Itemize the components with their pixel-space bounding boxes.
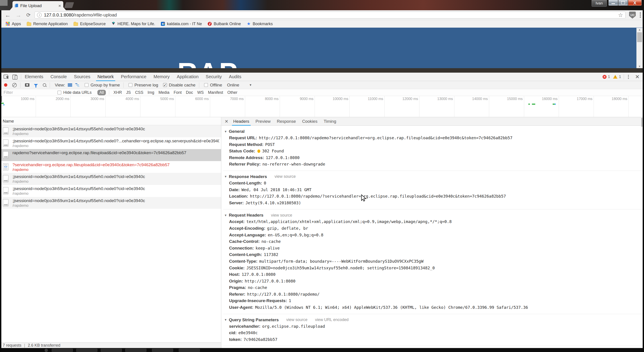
url-bar[interactable]: i 127.0.0.1:8080 /rapdemo/#file-upload ☆ [34,12,626,18]
warning-badge-icon[interactable] [613,75,618,79]
search-icon[interactable] [43,83,46,87]
checkbox-disable-cache[interactable]: ✓Disable cache [163,83,196,88]
bookmark-item[interactable]: Remote Application [27,22,68,26]
devtools-tab-elements[interactable]: Elements [21,73,47,81]
scroll-down-icon[interactable]: ▼ [636,64,643,68]
request-row[interactable]: ;jsessionid=node0jco3ih59um1w14ztsxyuf55… [0,125,221,137]
throttle-select[interactable]: Online [227,83,239,88]
details-tab-cookies[interactable]: Cookies [299,117,321,126]
filter-type-js[interactable]: JS [126,90,131,95]
windows-taskbar[interactable] [0,348,644,352]
request-row[interactable]: ;jsessionid=node0jco3ih59um1w14ztsxyuf55… [0,197,221,209]
bookmark-item[interactable]: HERE. Maps for Life. [112,22,155,26]
bookmark-item[interactable]: Kkaldata.com - IT Ne [161,22,202,26]
section-header[interactable]: ▼Response Headersview source [223,173,643,180]
browser-tab[interactable]: File Upload × [12,1,63,10]
filter-type-ws[interactable]: WS [197,90,204,95]
section-header[interactable]: ▼General [223,128,643,135]
section-header[interactable]: ▼Request Headersview source [223,212,643,218]
checkbox-icon[interactable] [85,83,88,87]
checkbox-preserve-log[interactable]: Preserve log [128,83,158,88]
taskbar-button[interactable] [76,349,98,352]
details-scrollbar-thumb[interactable] [641,118,642,127]
devtools-tab-memory[interactable]: Memory [150,73,173,81]
close-button[interactable]: X [628,0,642,6]
device-toolbar-icon[interactable] [12,74,18,80]
taskbar-button[interactable] [179,349,200,352]
throttle-dropdown-icon[interactable]: ▼ [249,83,252,87]
devtools-tab-sources[interactable]: Sources [70,73,94,81]
bookmark-item[interactable]: ★Bookmarks [247,22,273,26]
browser-menu-icon[interactable] [640,12,641,18]
section-link[interactable]: view source [271,213,292,218]
new-tab-button[interactable] [64,2,74,8]
filter-type-css[interactable]: CSS [135,90,143,95]
hide-data-urls-checkbox[interactable]: Hide data URLs [58,90,92,95]
view-list-icon[interactable] [68,83,72,87]
details-tab-response[interactable]: Response [274,117,299,126]
section-link[interactable]: view source [286,318,308,322]
filter-type-font[interactable]: Font [174,90,182,95]
filter-input[interactable] [3,90,51,95]
checkbox-offline[interactable]: Offline [204,83,222,88]
devtools-tab-console[interactable]: Console [47,73,70,81]
devtools-tab-application[interactable]: Application [173,73,202,81]
devtools-close-icon[interactable]: ✕ [635,74,640,80]
checkbox-icon[interactable] [58,91,61,94]
details-tab-timing[interactable]: Timing [320,117,339,126]
details-tab-headers[interactable]: Headers [230,117,252,126]
bookmark-item[interactable]: EclipseSource [74,22,106,26]
checkbox-icon[interactable] [128,83,132,87]
bookmark-item[interactable]: Apps [6,22,21,26]
disclosure-triangle-icon[interactable]: ▼ [224,175,227,178]
request-row[interactable]: ;jsessionid=node0jco3ih59um1w14ztsxyuf55… [0,137,221,149]
filter-type-media[interactable]: Media [158,90,169,95]
disclosure-triangle-icon[interactable]: ▼ [224,130,227,133]
start-button[interactable] [44,349,48,352]
filter-funnel-icon[interactable] [34,84,38,86]
screenshot-capture-icon[interactable] [25,83,30,87]
scroll-up-icon[interactable]: ▲ [636,28,643,32]
record-button[interactable] [4,83,7,87]
back-button[interactable]: ← [5,12,11,18]
page-info-icon[interactable]: i [37,13,42,18]
details-close-icon[interactable]: ✕ [224,119,228,124]
page-scrollbar[interactable]: ▲ ▼ [636,28,643,68]
section-link[interactable]: view URL encoded [315,318,348,322]
name-column-header[interactable]: Name [3,119,14,124]
request-row[interactable]: ;jsessionid=node0jco3ih59um1w14ztsxyuf55… [0,185,221,197]
profile-button[interactable]: Ivan [592,0,607,7]
view-waterfall-icon[interactable] [75,83,80,87]
clear-button[interactable] [12,83,17,87]
maximize-button[interactable] [618,0,628,6]
filter-type-xhr[interactable]: XHR [114,90,122,95]
disclosure-triangle-icon[interactable]: ▼ [224,214,227,217]
reload-button[interactable]: ⟳ [26,12,30,18]
taskbar-button[interactable] [52,349,73,352]
disclosure-triangle-icon[interactable]: ▼ [224,318,227,322]
devtools-tab-performance[interactable]: Performance [118,73,150,81]
details-tab-preview[interactable]: Preview [252,117,274,126]
taskbar-button[interactable] [101,349,122,352]
error-badge-icon[interactable]: ✕ [602,75,606,79]
inspect-element-icon[interactable] [4,74,9,79]
filter-type-all[interactable]: All [98,90,106,95]
bookmark-star-icon[interactable]: ☆ [618,12,623,18]
forward-button[interactable]: → [16,12,22,18]
network-overview[interactable]: 1000 ms2000 ms3000 ms4000 ms5000 ms6000 … [0,96,644,117]
section-header[interactable]: ▼Query String Parametersview sourceview … [223,316,643,323]
taskbar-button[interactable] [152,349,173,352]
minimize-button[interactable] [608,0,618,6]
devtools-tab-network[interactable]: Network [94,73,117,81]
request-row[interactable]: rapdemo?servicehandler=org.eclipse.rap.f… [0,149,221,161]
filter-type-img[interactable]: Img [148,90,154,95]
devtools-tab-security[interactable]: Security [202,73,225,81]
request-row[interactable]: <>?servicehandler=org.eclipse.rap.fileup… [0,161,221,173]
filter-type-doc[interactable]: Doc [186,90,193,95]
filter-type-manifest[interactable]: Manifest [208,90,223,95]
request-list-header[interactable]: Name [0,117,221,125]
request-row[interactable]: ;jsessionid=node0jco3ih59um1w14ztsxyuf55… [0,173,221,185]
checkbox-icon[interactable]: ✓ [163,83,167,87]
checkbox-icon[interactable] [204,83,208,87]
devtools-menu-icon[interactable] [628,75,629,79]
